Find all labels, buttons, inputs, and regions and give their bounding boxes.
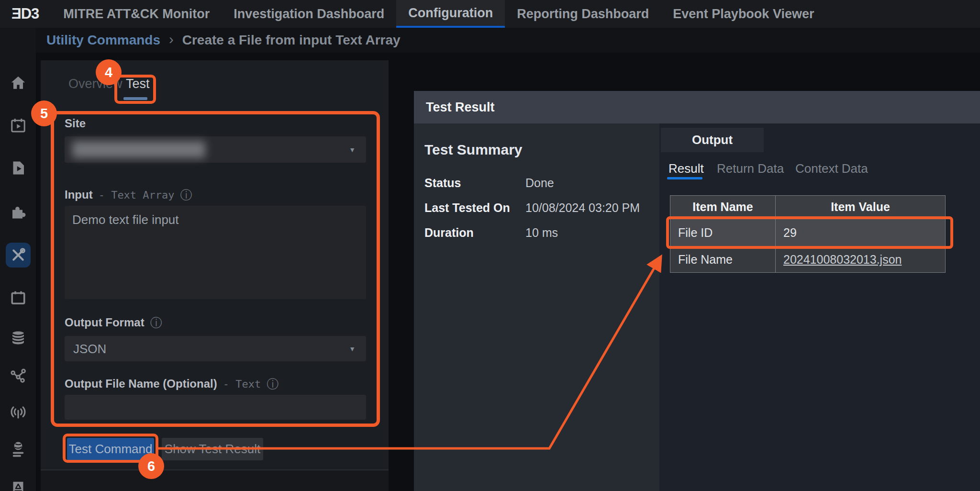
- document-warning-icon[interactable]: [6, 476, 31, 491]
- table-cell-file-name-name: File Name: [670, 247, 775, 272]
- nav-item-configuration[interactable]: Configuration: [396, 0, 505, 28]
- nav-item-reporting-dashboard[interactable]: Reporting Dashboard: [505, 0, 661, 28]
- duration-value: 10 ms: [525, 226, 558, 240]
- globe-icon[interactable]: [6, 437, 31, 462]
- test-result-title: Test Result: [426, 100, 495, 115]
- annotation-box-form: [51, 111, 380, 427]
- tab-return-data[interactable]: Return Data: [717, 161, 784, 176]
- top-navbar: ƎD3 MITRE ATT&CK Monitor Investigation D…: [0, 0, 980, 28]
- share-nodes-icon[interactable]: [6, 363, 31, 388]
- book-play-icon[interactable]: [6, 156, 31, 180]
- annotation-badge-5: 5: [31, 100, 57, 126]
- last-tested-on-label: Last Tested On: [424, 201, 510, 215]
- tools-icon[interactable]: [6, 243, 31, 268]
- test-summary-heading: Test Summary: [424, 142, 523, 158]
- breadcrumb-utility-commands-link[interactable]: Utility Commands: [46, 33, 160, 48]
- d3-logo[interactable]: ƎD3: [0, 0, 51, 28]
- test-result-header: Test Result: [414, 91, 980, 123]
- show-test-result-button[interactable]: Show Test Result: [162, 438, 263, 460]
- status-label: Status: [424, 176, 461, 190]
- tab-result-active-underline: [667, 177, 702, 179]
- annotation-badge-4: 4: [96, 59, 122, 85]
- calendar-icon[interactable]: [6, 286, 31, 311]
- database-icon[interactable]: [6, 325, 31, 350]
- last-tested-on-value: 10/08/2024 03:20 PM: [525, 201, 640, 215]
- tab-result[interactable]: Result: [668, 161, 704, 176]
- annotation-box-file-id-row: [666, 216, 953, 249]
- tab-context-data[interactable]: Context Data: [795, 161, 868, 176]
- broadcast-icon[interactable]: [6, 400, 31, 424]
- breadcrumb: Utility Commands › Create a File from in…: [36, 28, 980, 53]
- nav-item-event-playbook-viewer[interactable]: Event Playbook Viewer: [661, 0, 826, 28]
- nav-item-mitre-attack-monitor[interactable]: MITRE ATT&CK Monitor: [51, 0, 222, 28]
- panel-footer: [41, 470, 389, 491]
- annotation-box-test-tab: [114, 75, 156, 104]
- chevron-right-icon: ›: [169, 32, 174, 49]
- nav-item-investigation-dashboard[interactable]: Investigation Dashboard: [222, 0, 396, 28]
- output-panel: [659, 123, 980, 491]
- puzzle-icon[interactable]: [6, 200, 31, 224]
- sidebar: [0, 28, 36, 491]
- duration-label: Duration: [424, 226, 474, 240]
- file-download-link[interactable]: 20241008032013.json: [783, 253, 902, 267]
- calendar-play-icon[interactable]: [6, 113, 31, 138]
- home-icon[interactable]: [6, 70, 31, 95]
- annotation-badge-6: 6: [138, 453, 164, 479]
- status-value: Done: [525, 176, 554, 190]
- table-cell-file-name-value: 20241008032013.json: [776, 247, 945, 272]
- tab-output[interactable]: Output: [661, 128, 764, 152]
- table-header-item-name: Item Name: [670, 196, 775, 218]
- table-header-item-value: Item Value: [776, 196, 945, 218]
- page-title: Create a File from input Text Array: [182, 33, 401, 48]
